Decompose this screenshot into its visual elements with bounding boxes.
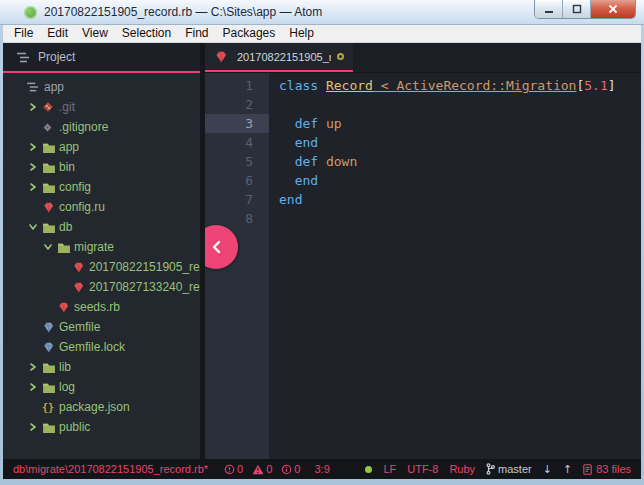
cursor-position[interactable]: 3:9 [314, 463, 329, 475]
tree-item-label: app [44, 80, 64, 94]
tree-item-label: config.ru [59, 200, 105, 214]
chevron-right-icon[interactable] [29, 183, 42, 191]
tree-item-db[interactable]: db [3, 217, 200, 237]
line-ending-indicator[interactable]: LF [383, 463, 396, 475]
git-pull-arrow-icon[interactable]: ↓ [543, 463, 552, 476]
tree-item-bin[interactable]: bin [3, 157, 200, 177]
line-number-2[interactable]: 2 [205, 95, 269, 114]
tree-item-public[interactable]: public [3, 417, 200, 437]
atom-logo-icon [24, 6, 37, 19]
line-number-6[interactable]: 6 [205, 171, 269, 190]
tree-item-label: Gemfile [59, 320, 100, 334]
token-kw: def [295, 154, 318, 169]
chevron-down-icon[interactable] [44, 243, 57, 251]
tree-item-label: db [59, 220, 72, 234]
git-branch-indicator[interactable]: master [486, 463, 532, 475]
token-pln [279, 154, 295, 169]
chevron-down-icon[interactable] [29, 223, 42, 231]
gem-icon [42, 342, 59, 353]
token-kw: class [279, 78, 326, 93]
tab-migration-file[interactable]: 20170822151905_re... [205, 43, 353, 72]
tree-item-seeds-rb[interactable]: seeds.rb [3, 297, 200, 317]
line-number-4[interactable]: 4 [205, 133, 269, 152]
changed-files-indicator[interactable]: 83 files [583, 463, 631, 475]
code-line-6[interactable]: end [279, 171, 641, 190]
current-file-path[interactable]: db\migrate\20170822151905_record.rb* [13, 463, 208, 475]
tree-item-gemfile-lock[interactable]: Gemfile.lock [3, 337, 200, 357]
folder-icon [57, 242, 74, 253]
code-line-5[interactable]: def down [279, 152, 641, 171]
menu-file[interactable]: File [7, 25, 40, 42]
tree-item-config-ru[interactable]: config.ru [3, 197, 200, 217]
tree-item-label: public [59, 420, 90, 434]
close-button[interactable] [591, 0, 635, 18]
tree-item-lib[interactable]: lib [3, 357, 200, 377]
tree-item-label: 20170827133240_record1. [89, 280, 200, 294]
git-push-arrow-icon[interactable]: ↑ [563, 463, 572, 476]
code-line-2[interactable] [279, 95, 641, 114]
code-line-1[interactable]: class Record < ActiveRecord::Migration[5… [279, 76, 641, 95]
tree-item-gemfile[interactable]: Gemfile [3, 317, 200, 337]
tree-item-label: bin [59, 160, 75, 174]
diagnostic-info[interactable]: 0 [281, 463, 300, 475]
menu-edit[interactable]: Edit [40, 25, 75, 42]
code-line-4[interactable]: end [279, 133, 641, 152]
folder-icon [42, 162, 59, 173]
line-number-3[interactable]: 3 [205, 114, 269, 133]
minimize-button[interactable] [535, 0, 563, 18]
tree-item-label: package.json [59, 400, 130, 414]
tree-item-label: migrate [74, 240, 114, 254]
warning-count: 0 [266, 463, 272, 475]
tree-item--gitignore[interactable]: .gitignore [3, 117, 200, 137]
grammar-indicator[interactable]: Ruby [449, 463, 475, 475]
line-number-5[interactable]: 5 [205, 152, 269, 171]
token-kw: end [295, 135, 318, 150]
tree-item-package-json[interactable]: {}package.json [3, 397, 200, 417]
ruby-icon [42, 202, 59, 213]
tree-item-20170822151905-record-r[interactable]: 20170822151905_record.r [3, 257, 200, 277]
menu-packages[interactable]: Packages [216, 25, 283, 42]
chevron-right-icon[interactable] [29, 363, 42, 371]
git-branch-icon [486, 463, 495, 475]
project-panel-tab[interactable]: Project [3, 43, 200, 73]
tree-item-20170827133240-record1-[interactable]: 20170827133240_record1. [3, 277, 200, 297]
folder-icon [42, 142, 59, 153]
chevron-right-icon[interactable] [29, 143, 42, 151]
tree-item-label: lib [59, 360, 71, 374]
list-tree-icon [17, 52, 30, 63]
maximize-button[interactable] [563, 0, 591, 18]
chevron-right-icon[interactable] [29, 383, 42, 391]
code-line-7[interactable]: end [279, 190, 641, 209]
tree-item-app[interactable]: app [3, 137, 200, 157]
menu-selection[interactable]: Selection [115, 25, 178, 42]
window-controls [534, 0, 636, 19]
json-icon: {} [42, 402, 59, 413]
diagnostic-warning[interactable]: 0 [252, 463, 272, 475]
code-line-3[interactable]: def up [279, 114, 641, 133]
text-editor[interactable]: 12345678 class Record < ActiveRecord::Mi… [205, 73, 641, 459]
line-number-7[interactable]: 7 [205, 190, 269, 209]
menu-find[interactable]: Find [178, 25, 215, 42]
token-pun: ] [608, 78, 616, 93]
chevron-right-icon[interactable] [29, 423, 42, 431]
line-number-1[interactable]: 1 [205, 76, 269, 95]
menu-help[interactable]: Help [282, 25, 321, 42]
tree-item-migrate[interactable]: migrate [3, 237, 200, 257]
app-area: Project app.git.gitignoreappbinconfigcon… [3, 43, 641, 479]
menu-view[interactable]: View [75, 25, 115, 42]
project-tree: app.git.gitignoreappbinconfigconfig.rudb… [3, 73, 200, 459]
tree-item-app[interactable]: app [3, 77, 200, 97]
modified-indicator-icon[interactable] [337, 53, 344, 60]
tree-item-config[interactable]: config [3, 177, 200, 197]
tree-item--git[interactable]: .git [3, 97, 200, 117]
chevron-right-icon[interactable] [29, 163, 42, 171]
code-line-8[interactable] [279, 209, 641, 228]
diagnostic-error[interactable]: 0 [224, 463, 243, 475]
code-area[interactable]: class Record < ActiveRecord::Migration[5… [269, 73, 641, 459]
chevron-right-icon[interactable] [29, 103, 42, 111]
encoding-indicator[interactable]: UTF-8 [407, 463, 438, 475]
token-cls: Record [326, 78, 373, 93]
tree-item-log[interactable]: log [3, 377, 200, 397]
tree-item-label: Gemfile.lock [59, 340, 125, 354]
gem-icon [42, 322, 59, 333]
